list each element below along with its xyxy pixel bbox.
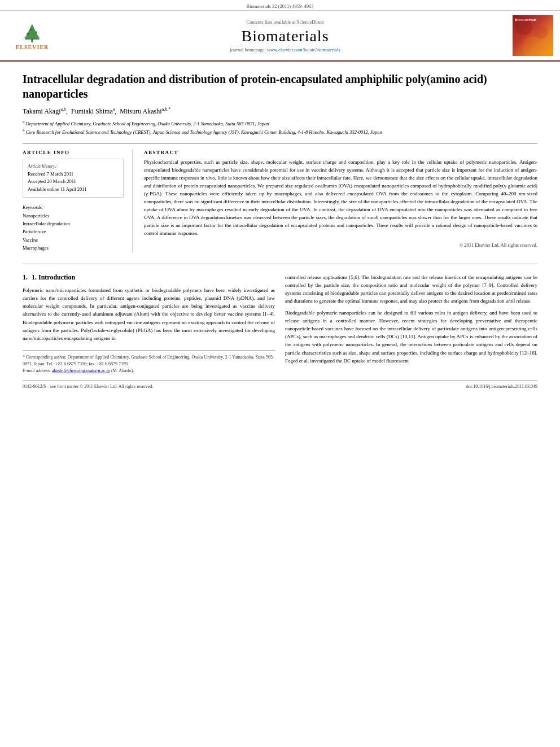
svg-point-6 xyxy=(515,18,532,35)
top-bar: Biomaterials 32 (2011) 4959–4967 xyxy=(0,0,560,11)
journal-cover-image: Biomaterials xyxy=(513,15,553,56)
body-section: 1. 1. Introduction Polymeric nano/microp… xyxy=(23,273,537,375)
section-number: 1. xyxy=(23,273,28,281)
article-title: Intracellular degradation and distributi… xyxy=(23,72,537,101)
intro-paragraph-2: controlled release applications [5,6]. T… xyxy=(285,273,537,305)
journal-homepage: journal homepage: www.elsevier.com/locat… xyxy=(58,47,513,53)
author-3-sup: a,b,* xyxy=(162,107,171,112)
intro-paragraph-1: Polymeric nano/microparticles formulated… xyxy=(23,286,275,343)
body-right-column: controlled release applications [5,6]. T… xyxy=(285,273,537,375)
abstract-heading: ABSTRACT xyxy=(144,150,537,155)
body-left-column: 1. 1. Introduction Polymeric nano/microp… xyxy=(23,273,275,375)
svg-point-3 xyxy=(27,32,29,34)
journal-center: Contents lists available at ScienceDirec… xyxy=(58,19,513,53)
svg-marker-2 xyxy=(24,27,40,38)
footnote-area: * Corresponding author. Department of Ap… xyxy=(23,350,275,374)
copyright-line: © 2011 Elsevier Ltd. All rights reserved… xyxy=(144,242,537,248)
journal-header: ELSEVIER Contents lists available at Sci… xyxy=(0,11,560,62)
affiliation-b: b Core Research for Evolutional Science … xyxy=(23,128,537,136)
svg-point-5 xyxy=(30,29,32,30)
article-info-column: ARTICLE INFO Article history: Received 7… xyxy=(23,150,133,252)
footnote-email: E-mail address: akashi@chem.eng.osaka-u.… xyxy=(23,368,275,374)
keyword-1: Nanoparticles xyxy=(23,212,124,220)
intro-paragraph-3: Biodegradable polymeric nanoparticles ca… xyxy=(285,309,537,365)
author-2-sup: a xyxy=(113,107,115,112)
authors-line: Takami Akagia,b, Fumiaki Shimaa, Mitsuru… xyxy=(23,107,537,116)
keywords-section: Keywords: Nanoparticles Intracellular de… xyxy=(23,204,124,252)
abstract-text: Physicochemical properties, such as part… xyxy=(144,159,537,237)
issn-line: 0142-9612/$ – see front matter © 2011 El… xyxy=(23,384,153,389)
svg-point-4 xyxy=(35,31,37,33)
footnote-star: * Corresponding author. Department of Ap… xyxy=(23,354,275,368)
bottom-bar: 0142-9612/$ – see front matter © 2011 El… xyxy=(23,380,537,389)
keyword-5: Macrophages xyxy=(23,244,124,252)
elsevier-tree-icon xyxy=(17,21,48,44)
section-title: 1. Introduction xyxy=(32,273,75,281)
accepted-date: Accepted 20 March 2011 xyxy=(28,178,119,186)
main-content: Intracellular degradation and distributi… xyxy=(0,62,560,400)
article-history-box: Article history: Received 7 March 2011 A… xyxy=(23,159,124,197)
footnote-email-link[interactable]: akashi@chem.eng.osaka-u.ac.jp xyxy=(52,368,110,373)
keywords-list: Nanoparticles Intracellular degradation … xyxy=(23,212,124,252)
cover-texture-icon xyxy=(513,15,553,56)
keyword-4: Vaccine xyxy=(23,236,124,244)
author-3-name: Mitsuru Akashi xyxy=(120,107,161,115)
author-2-name: Fumiaki Shima xyxy=(71,107,113,115)
journal-title: Biomaterials xyxy=(58,27,513,45)
available-date: Available online 11 April 2011 xyxy=(28,186,119,194)
introduction-heading: 1. 1. Introduction xyxy=(23,273,275,282)
abstract-column: ABSTRACT Physicochemical properties, suc… xyxy=(144,150,537,252)
elsevier-wordmark: ELSEVIER xyxy=(16,44,49,50)
journal-reference: Biomaterials 32 (2011) 4959–4967 xyxy=(247,3,314,9)
doi-line: doi:10.1016/j.biomaterials.2011.03.049 xyxy=(466,384,537,389)
affiliations: a Department of Applied Chemistry, Gradu… xyxy=(23,119,537,136)
author-1-sup: a,b xyxy=(60,107,66,112)
section-divider xyxy=(23,264,537,264)
keyword-3: Particle size xyxy=(23,228,124,235)
sciencedirect-link[interactable]: ScienceDirect xyxy=(297,19,324,25)
contents-line: Contents lists available at ScienceDirec… xyxy=(58,19,513,27)
author-1-name: Takami Akagi xyxy=(23,107,60,115)
svg-point-8 xyxy=(522,36,542,56)
history-label: Article history: xyxy=(28,163,119,171)
affiliation-a: a Department of Applied Chemistry, Gradu… xyxy=(23,119,537,128)
article-info-heading: ARTICLE INFO xyxy=(23,150,124,155)
keywords-label: Keywords: xyxy=(23,204,124,210)
elsevier-logo: ELSEVIER xyxy=(7,21,58,50)
article-info-abstract-section: ARTICLE INFO Article history: Received 7… xyxy=(23,143,537,252)
keyword-2: Intracellular degradation xyxy=(23,220,124,228)
received-date: Received 7 March 2011 xyxy=(28,171,119,178)
journal-homepage-link[interactable]: www.elsevier.com/locate/biomaterials xyxy=(267,47,340,53)
